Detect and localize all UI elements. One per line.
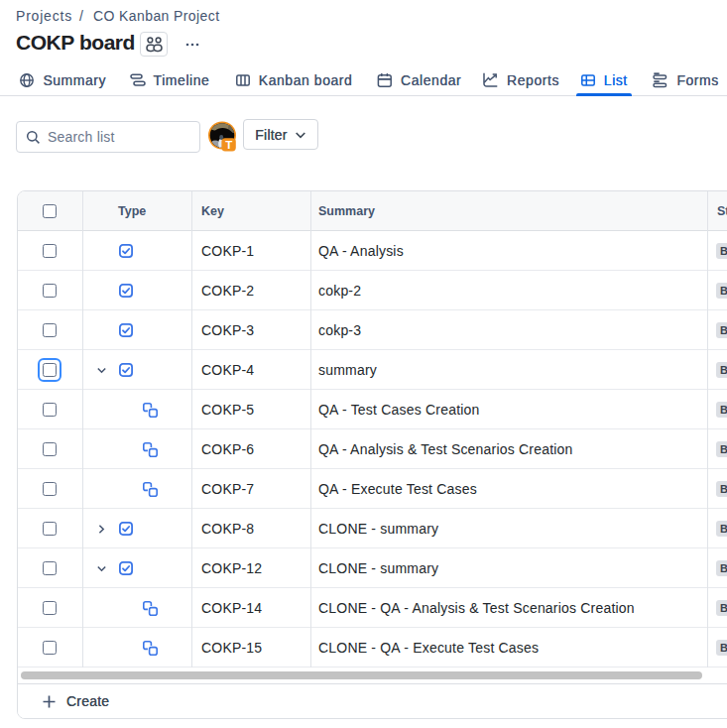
svg-text:T: T: [225, 139, 232, 151]
